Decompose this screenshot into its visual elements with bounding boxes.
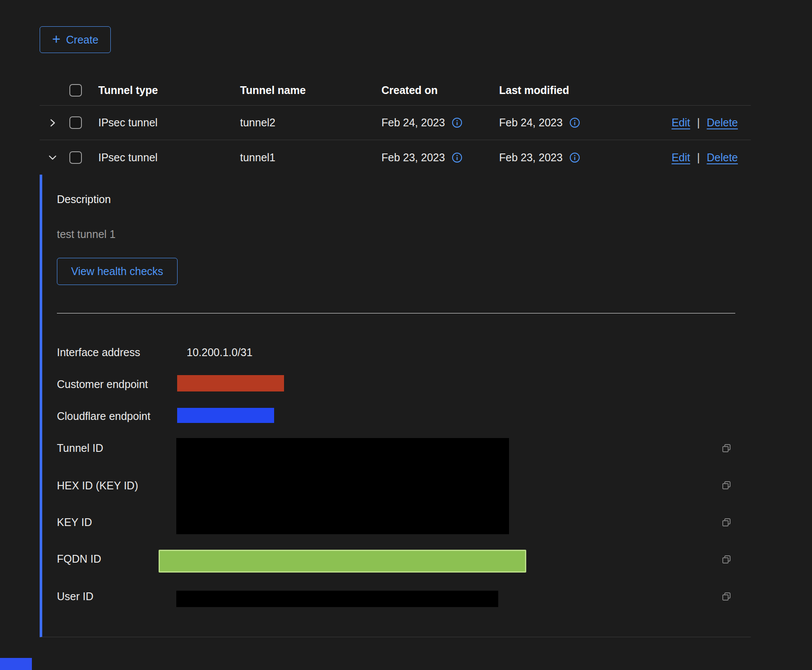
fqdn-id-redaction [159, 550, 526, 573]
table-row-tunnel2: IPsec tunnel tunnel2 Feb 24, 2023 Feb 24… [40, 106, 751, 140]
field-label-interface-address: Interface address [57, 346, 140, 359]
create-button-label: Create [66, 34, 98, 46]
field-label-tunnel-id: Tunnel ID [57, 441, 103, 454]
tunnel-name-cell: tunnel2 [234, 116, 375, 129]
plus-icon: + [52, 32, 60, 46]
description-value: test tunnel 1 [57, 228, 751, 241]
customer-endpoint-redaction [177, 375, 284, 391]
copy-icon[interactable] [721, 479, 732, 491]
info-icon[interactable] [452, 152, 462, 163]
tunnel-id-redaction [176, 438, 509, 534]
field-label-cloudflare-endpoint: Cloudflare endpoint [57, 410, 150, 423]
delete-link[interactable]: Delete [707, 116, 738, 129]
field-label-key-id: KEY ID [57, 516, 92, 529]
description-label: Description [57, 175, 751, 206]
last-modified-value: Feb 24, 2023 [499, 116, 562, 129]
tunnels-table: Tunnel type Tunnel name Created on Last … [40, 75, 751, 637]
cloudflare-endpoint-redaction [177, 408, 274, 423]
copy-icon[interactable] [721, 442, 732, 454]
tunnel-details-panel: Description test tunnel 1 View health ch… [40, 175, 751, 637]
view-health-checks-button[interactable]: View health checks [57, 258, 178, 285]
col-header-tunnel-type: Tunnel type [92, 84, 234, 97]
copy-icon[interactable] [721, 517, 732, 528]
field-label-hex-id: HEX ID (KEY ID) [57, 479, 138, 492]
created-on-value: Feb 23, 2023 [381, 151, 445, 164]
tunnel-type-cell: IPsec tunnel [92, 116, 234, 129]
bottom-left-redaction [0, 658, 32, 670]
copy-icon[interactable] [721, 554, 732, 565]
actions-separator: | [697, 116, 700, 129]
user-id-redaction [176, 591, 498, 607]
info-icon[interactable] [569, 152, 580, 163]
delete-link[interactable]: Delete [707, 151, 738, 164]
edit-link[interactable]: Edit [671, 151, 690, 164]
tunnels-page: + Create Tunnel type Tunnel name Created… [0, 0, 812, 670]
info-icon[interactable] [452, 117, 462, 128]
interface-address-value: 10.200.1.0/31 [187, 346, 253, 359]
row-checkbox[interactable] [69, 116, 82, 129]
created-on-value: Feb 24, 2023 [381, 116, 445, 129]
field-label-fqdn-id: FQDN ID [57, 552, 101, 565]
copy-icon[interactable] [721, 591, 732, 602]
col-header-last-modified: Last modified [493, 84, 629, 97]
col-header-tunnel-name: Tunnel name [234, 84, 375, 97]
info-icon[interactable] [569, 117, 580, 128]
tunnel-type-cell: IPsec tunnel [92, 151, 234, 164]
col-header-created-on: Created on [375, 84, 493, 97]
table-row-tunnel1: IPsec tunnel tunnel1 Feb 23, 2023 Feb 23… [40, 140, 751, 175]
row-checkbox[interactable] [69, 151, 82, 164]
chevron-down-icon[interactable] [46, 150, 59, 164]
table-header-row: Tunnel type Tunnel name Created on Last … [40, 75, 751, 106]
create-button[interactable]: + Create [40, 26, 111, 53]
edit-link[interactable]: Edit [671, 116, 690, 129]
field-label-customer-endpoint: Customer endpoint [57, 378, 148, 391]
chevron-right-icon[interactable] [46, 116, 59, 130]
tunnel-name-cell: tunnel1 [234, 151, 375, 164]
details-fields: Interface address 10.200.1.0/31 Customer… [57, 313, 751, 637]
last-modified-value: Feb 23, 2023 [499, 151, 562, 164]
actions-separator: | [697, 151, 700, 164]
select-all-checkbox[interactable] [69, 84, 82, 97]
field-label-user-id: User ID [57, 590, 94, 603]
